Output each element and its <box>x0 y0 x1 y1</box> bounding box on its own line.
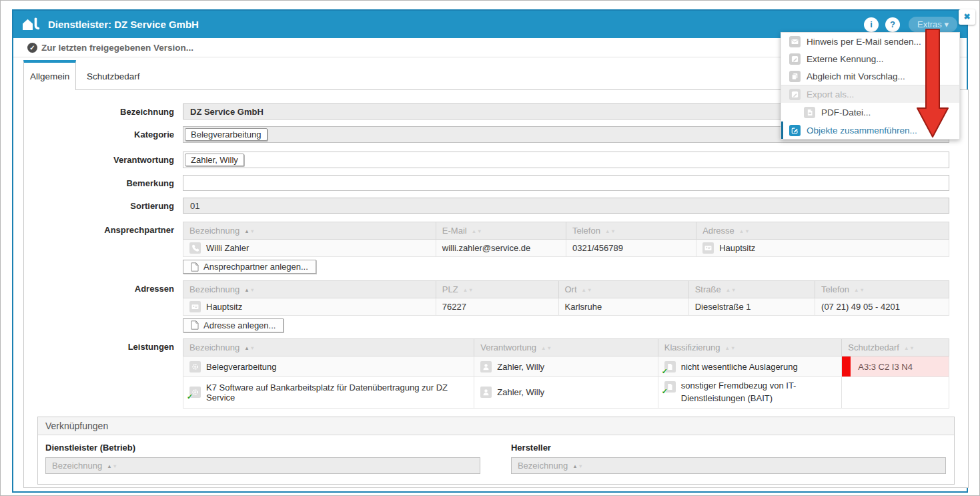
col-header-email[interactable]: E-Mail▲▼ <box>436 222 566 240</box>
menu-item-abgleich-vorschlag[interactable]: Abgleich mit Vorschlag... <box>781 67 959 85</box>
verantwortung-field[interactable]: Zahler, Willy <box>183 152 949 168</box>
adressen-table: Bezeichnung▲▼ PLZ▲▼ Ort▲▼ Straße▲▼ Telef… <box>183 280 949 316</box>
close-icon: ✖ <box>963 12 970 21</box>
adressen-label: Adressen <box>24 280 183 294</box>
close-button[interactable]: ✖ <box>959 9 975 25</box>
service-gear-icon: ✓ <box>189 387 201 398</box>
menu-item-pdf-datei[interactable]: PDF-Datei... <box>781 103 959 121</box>
table-row[interactable]: Belegverarbeitung Zahler, Willy ✓nicht w… <box>183 356 949 377</box>
tab-content-allgemein: Bezeichnung DZ Service GmbH Kategorie Be… <box>23 89 969 488</box>
ansprechpartner-table: Bezeichnung▲▼ E-Mail▲▼ Telefon▲▼ Adresse… <box>183 222 949 257</box>
table-row[interactable]: ✓K7 Software auf Bankarbeitsplatz für Da… <box>183 377 949 409</box>
col-header-klassifizierung[interactable]: Klassifizierung▲▼ <box>658 339 842 356</box>
sort-icon[interactable]: ▲▼ <box>904 342 915 352</box>
extras-menu: Hinweis per E-Mail senden... Externe Ken… <box>781 32 960 140</box>
contact-phone-icon <box>189 242 201 254</box>
new-page-icon <box>191 262 199 272</box>
verknuepfungen-section: Verknüpfungen Dienstleister (Betrieb) Be… <box>37 417 955 485</box>
adresse-anlegen-button[interactable]: Adresse anlegen... <box>183 318 284 332</box>
col-header-telefon[interactable]: Telefon▲▼ <box>815 280 949 298</box>
copy-icon <box>789 71 801 82</box>
info-icon: i <box>870 19 873 29</box>
approved-check-icon: ✓ <box>27 43 37 53</box>
tab-strip: Allgemein Schutzbedarf <box>23 60 140 90</box>
classification-icon: ✓ <box>664 361 676 373</box>
col-header-schutzbedarf[interactable]: Schutzbedarf▲▼ <box>842 339 949 356</box>
sort-icon[interactable]: ▲▼ <box>572 461 584 471</box>
sort-icon[interactable]: ▲▼ <box>739 226 751 236</box>
sort-icon[interactable]: ▲▼ <box>244 342 256 352</box>
extras-button[interactable]: Extras ▾ <box>909 17 957 32</box>
col-header-plz[interactable]: PLZ▲▼ <box>436 280 558 298</box>
sortierung-label: Sortierung <box>24 198 183 211</box>
col-header-verantwortung[interactable]: Verantwortung▲▼ <box>474 339 658 356</box>
check-icon: ✓ <box>187 393 193 401</box>
export-icon <box>789 89 801 100</box>
address-icon <box>702 242 714 254</box>
col-header-telefon[interactable]: Telefon▲▼ <box>566 222 696 240</box>
address-icon <box>189 301 201 312</box>
pdf-file-icon <box>804 107 815 118</box>
chevron-down-icon: ▾ <box>944 19 949 29</box>
dienstleister-betrieb-table-header[interactable]: Bezeichnung▲▼ <box>45 457 480 474</box>
risk-level-bar <box>842 356 851 377</box>
hersteller-table-header[interactable]: Bezeichnung▲▼ <box>511 457 946 474</box>
col-header-adresse[interactable]: Adresse▲▼ <box>696 222 949 240</box>
classification-icon: ✓ <box>664 381 676 393</box>
verknuepfungen-title: Verknüpfungen <box>38 417 954 435</box>
sort-icon[interactable]: ▲▼ <box>472 226 483 236</box>
sort-icon[interactable]: ▲▼ <box>463 284 474 294</box>
kategorie-chip[interactable]: Belegverarbeitung <box>185 128 268 141</box>
merge-edit-icon <box>789 125 801 136</box>
help-button[interactable]: ? <box>885 17 900 32</box>
col-header-bezeichnung[interactable]: Bezeichnung▲▼ <box>183 339 474 356</box>
leistungen-label: Leistungen <box>24 338 183 352</box>
person-icon <box>480 361 492 373</box>
sort-icon[interactable]: ▲▼ <box>541 342 552 352</box>
bemerkung-field[interactable] <box>183 175 949 191</box>
ansprechpartner-label: Ansprechpartner <box>24 222 183 235</box>
verantwortung-label: Verantwortung <box>24 152 183 165</box>
dienstleister-icon <box>23 17 41 32</box>
sort-icon[interactable]: ▲▼ <box>582 284 593 294</box>
new-page-icon <box>191 320 199 330</box>
col-header-ort[interactable]: Ort▲▼ <box>558 280 688 298</box>
tab-schutzbedarf[interactable]: Schutzbedarf <box>76 60 140 90</box>
service-gear-icon <box>189 361 201 373</box>
hersteller-label: Hersteller <box>511 443 946 453</box>
dienstleister-betrieb-label: Dienstleister (Betrieb) <box>45 443 480 453</box>
sort-icon[interactable]: ▲▼ <box>605 226 616 236</box>
envelope-icon <box>789 36 801 47</box>
col-header-bezeichnung[interactable]: Bezeichnung▲▼ <box>183 222 436 240</box>
menu-item-externe-kennung[interactable]: Externe Kennung... <box>781 50 959 67</box>
sort-icon[interactable]: ▲▼ <box>726 284 737 294</box>
page-title: Dienstleister: DZ Service GmbH <box>48 19 857 30</box>
col-header-bezeichnung[interactable]: Bezeichnung▲▼ <box>183 280 436 298</box>
person-icon <box>480 387 492 398</box>
ansprechpartner-anlegen-button[interactable]: Ansprechpartner anlegen... <box>183 260 316 274</box>
kategorie-label: Kategorie <box>24 126 183 140</box>
sort-icon[interactable]: ▲▼ <box>854 284 865 294</box>
sort-icon[interactable]: ▲▼ <box>725 342 737 352</box>
check-icon: ✓ <box>662 367 668 376</box>
last-approved-version-link[interactable]: Zur letzten freigegebenen Version... <box>41 43 193 53</box>
menu-item-hinweis-email[interactable]: Hinweis per E-Mail senden... <box>781 33 959 50</box>
leistungen-table: Bezeichnung▲▼ Verantwortung▲▼ Klassifizi… <box>183 338 949 409</box>
bezeichnung-label: Bezeichnung <box>24 103 183 117</box>
sort-icon[interactable]: ▲▼ <box>244 284 256 294</box>
col-header-strasse[interactable]: Straße▲▼ <box>688 280 815 298</box>
schutzbedarf-badge: A3:3 C2 I3 N4 <box>842 356 949 377</box>
sort-icon[interactable]: ▲▼ <box>107 461 118 471</box>
sort-icon[interactable]: ▲▼ <box>244 226 256 236</box>
table-row[interactable]: Willi Zahler willi.zahler@service.de 032… <box>183 240 949 257</box>
tab-allgemein[interactable]: Allgemein <box>23 60 76 90</box>
table-row[interactable]: Hauptsitz 76227 Karlsruhe Dieselstraße 1… <box>183 298 949 315</box>
info-button[interactable]: i <box>864 17 879 32</box>
bemerkung-label: Bemerkung <box>24 175 183 188</box>
menu-item-export-als[interactable]: Export als... <box>781 85 959 103</box>
sortierung-field[interactable]: 01 <box>183 198 949 214</box>
help-icon: ? <box>890 19 895 29</box>
menu-item-objekte-zusammenfuehren[interactable]: Objekte zusammenführen... <box>781 121 959 139</box>
check-icon: ✓ <box>662 387 668 396</box>
verantwortung-chip[interactable]: Zahler, Willy <box>185 154 244 166</box>
